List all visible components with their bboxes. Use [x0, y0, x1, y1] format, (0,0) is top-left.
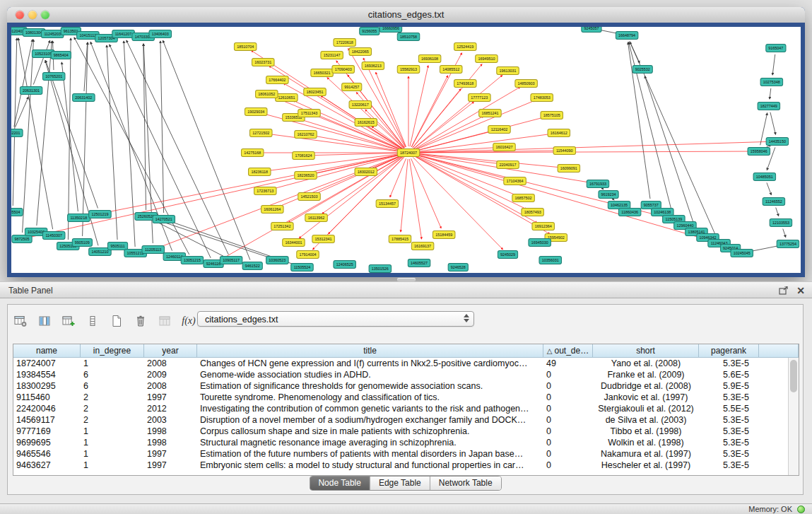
graph-node[interactable]: 12610651 — [276, 94, 298, 102]
graph-node[interactable]: 11641207 — [112, 30, 135, 38]
graph-node[interactable]: 10246138 — [652, 209, 674, 216]
graph-node[interactable]: 15582913 — [397, 66, 420, 74]
graph-node[interactable]: 11505524 — [291, 264, 314, 271]
close-panel-icon[interactable]: ✕ — [796, 285, 805, 296]
graph-node[interactable]: 19613031 — [497, 67, 519, 75]
graph-node[interactable]: 9619234 — [599, 191, 618, 199]
table-row[interactable]: 946362711997Embryonic stem cells: a mode… — [13, 460, 788, 471]
graph-node[interactable]: 15184459 — [433, 231, 455, 239]
graph-node[interactable]: 14521503 — [298, 193, 321, 201]
graph-node[interactable]: 9865404 — [51, 52, 71, 59]
graph-node[interactable]: 17493618 — [454, 80, 477, 88]
scrollbar-thumb[interactable] — [790, 360, 797, 392]
graph-node[interactable]: 15134457 — [376, 200, 399, 208]
graph-node[interactable]: 18236118 — [249, 168, 271, 176]
graph-node[interactable]: 15231147 — [321, 52, 343, 59]
graph-node[interactable]: 9156055 — [360, 28, 379, 35]
graph-node[interactable]: 13501526 — [369, 265, 392, 273]
row-tools-icon[interactable] — [83, 312, 102, 330]
graph-node[interactable]: 16791933 — [587, 180, 609, 188]
graph-node[interactable]: 12501219 — [89, 211, 112, 218]
table-row[interactable]: 1938455462009Genome-wide association stu… — [13, 369, 788, 380]
graph-node[interactable]: 17081624 — [293, 152, 315, 160]
column-header-out_de[interactable]: △out_de… — [543, 344, 593, 358]
graph-node[interactable]: 16945030 — [529, 239, 551, 247]
graph-node[interactable]: 16936108 — [418, 55, 441, 63]
graph-node[interactable]: 17885415 — [389, 235, 411, 243]
graph-node[interactable]: 20631402 — [73, 94, 95, 102]
graph-node[interactable]: 16061264 — [261, 206, 284, 214]
graph-node[interactable]: 11205113 — [142, 246, 165, 254]
graph-node[interactable]: 16660956 — [379, 27, 402, 33]
graph-node[interactable]: 13775254 — [777, 240, 799, 248]
graph-node[interactable]: 10905117 — [220, 257, 242, 264]
graph-node[interactable]: 15312341 — [312, 235, 335, 243]
graph-node[interactable]: 16650321 — [311, 69, 334, 77]
graph-node[interactable]: 18277449 — [758, 103, 780, 110]
tab-network-table[interactable]: Network Table — [430, 477, 501, 490]
graph-node[interactable]: 17483053 — [531, 94, 553, 102]
graph-node[interactable]: 9245029 — [498, 251, 517, 259]
table-row[interactable]: 1830029562008Estimation of significance … — [13, 380, 788, 392]
edit-columns-icon[interactable] — [59, 312, 78, 330]
graph-node[interactable]: 9135504 — [11, 209, 23, 216]
new-table-icon[interactable] — [107, 312, 126, 330]
graph-node[interactable]: 12721502 — [250, 129, 273, 137]
column-header-title[interactable]: title — [197, 344, 543, 358]
graph-node[interactable]: 13220617 — [349, 101, 372, 109]
graph-node[interactable]: 18023451 — [304, 88, 326, 96]
graph-node[interactable]: 16936213 — [362, 62, 384, 70]
table-row[interactable]: 1872400712008Changes of HCN gene express… — [13, 358, 788, 369]
graph-node[interactable]: 16851241 — [479, 110, 502, 117]
table-row[interactable]: 911546021997Tourette syndrome. Phenomeno… — [13, 392, 788, 403]
column-header-pagerank[interactable]: pagerank — [699, 344, 759, 358]
graph-node[interactable]: 11246552 — [763, 198, 785, 206]
graph-node[interactable]: 9165047 — [766, 45, 786, 52]
citation-network-graph[interactable]: 1872400718510704160237311766440212610651… — [11, 27, 801, 273]
graph-node[interactable]: 11450307 — [42, 232, 65, 240]
graph-node[interactable]: 10245045 — [731, 250, 753, 257]
graph-node[interactable]: 14085512 — [440, 66, 462, 74]
graph-node[interactable]: 10275348 — [760, 78, 783, 86]
vertical-scrollbar[interactable] — [788, 358, 799, 475]
graph-node[interactable]: 10360523 — [266, 257, 289, 264]
table-selector[interactable]: citations_edges.txt — [197, 311, 474, 327]
graph-node[interactable]: 22040917 — [497, 161, 519, 169]
graph-node[interactable]: 16949510 — [476, 55, 498, 63]
graph-node[interactable]: 18422065 — [349, 48, 372, 56]
graph-node[interactable]: 12116402 — [488, 126, 511, 134]
column-header-year[interactable]: year — [144, 344, 197, 358]
graph-node[interactable]: 16016427 — [493, 144, 516, 151]
graph-node[interactable]: 11860436 — [618, 209, 641, 216]
graph-node[interactable]: 11245203 — [41, 30, 64, 38]
graph-node[interactable]: 9905109 — [72, 239, 92, 247]
graph-node[interactable]: 16344001 — [283, 239, 305, 247]
graph-node[interactable]: 16023731 — [252, 59, 275, 66]
graph-node[interactable]: 9055737 — [641, 201, 661, 209]
graph-node[interactable]: 9246528 — [448, 264, 468, 271]
graph-node[interactable]: 19029034 — [245, 108, 267, 116]
graph-node[interactable]: 17236713 — [254, 187, 277, 195]
graph-node[interactable]: 16162615 — [355, 119, 377, 127]
graph-node[interactable]: 12103553 — [770, 219, 792, 227]
table-mode-icon[interactable] — [11, 312, 30, 330]
splitter-handle[interactable] — [397, 278, 416, 281]
table-row[interactable]: 946554611997Estimation of the future num… — [13, 448, 788, 460]
graph-node[interactable]: 18510704 — [234, 43, 257, 51]
column-header-name[interactable]: name — [13, 344, 81, 358]
graph-node[interactable]: 16099091 — [558, 165, 580, 173]
graph-node[interactable]: 17511343 — [298, 110, 321, 117]
graph-node[interactable]: 14850903 — [515, 80, 538, 88]
graph-node[interactable]: 9872505 — [12, 235, 32, 243]
graph-node[interactable]: 20631301 — [20, 87, 42, 95]
graph-node[interactable]: 16857502 — [512, 194, 535, 202]
graph-node[interactable]: 14275168 — [241, 149, 264, 157]
graph-node[interactable]: 16169137 — [411, 243, 434, 250]
graph-node[interactable]: 16912364 — [532, 223, 555, 230]
graph-node[interactable]: 17090403 — [332, 66, 355, 74]
show-columns-icon[interactable] — [35, 312, 54, 330]
graph-node[interactable]: 13406403 — [149, 30, 172, 38]
graph-node[interactable]: 13051215 — [181, 257, 204, 264]
graph-node[interactable]: 14605527 — [408, 259, 430, 267]
graph-node[interactable]: 18061052 — [256, 90, 278, 98]
